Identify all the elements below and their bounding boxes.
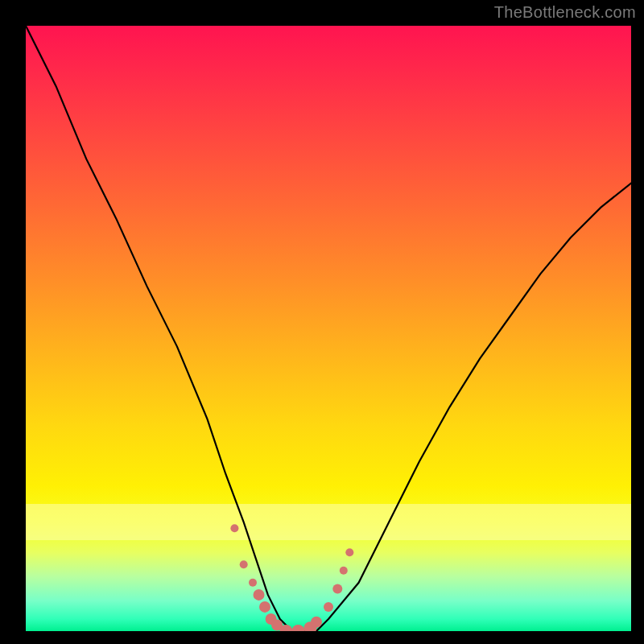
bottleneck-curve	[26, 26, 631, 631]
highlight-dot	[249, 579, 257, 587]
highlight-dot	[324, 602, 333, 612]
highlight-dot	[332, 584, 342, 593]
highlight-dot	[291, 625, 304, 631]
highlight-dot	[240, 560, 248, 568]
highlight-dot	[311, 617, 322, 628]
highlight-dot	[345, 548, 353, 556]
highlight-dot	[254, 589, 265, 601]
highlight-dot	[340, 567, 348, 575]
watermark-text: TheBottleneck.com	[494, 3, 636, 22]
chart-frame: TheBottleneck.com	[0, 0, 644, 644]
highlight-dot	[259, 601, 270, 613]
highlight-dot	[230, 524, 238, 532]
plot-area	[26, 26, 631, 631]
chart-svg	[26, 26, 631, 631]
